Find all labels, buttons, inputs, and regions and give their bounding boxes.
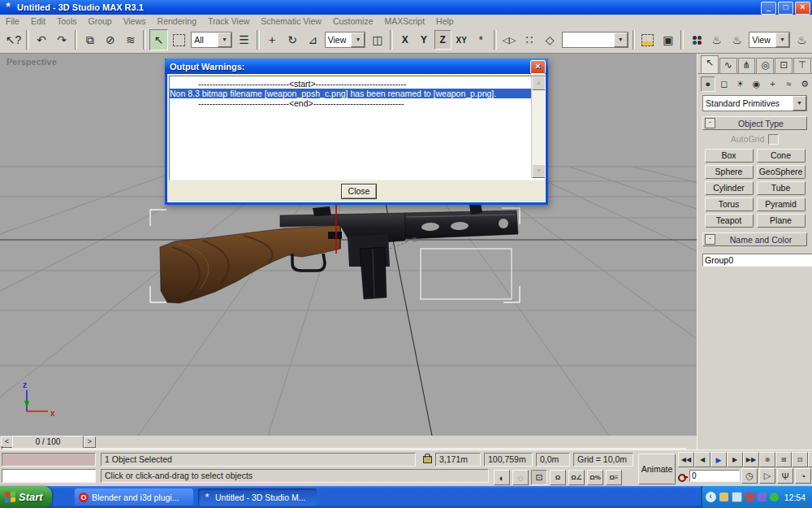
zoom-icon[interactable]: ⊕ [759, 452, 775, 467]
taskbar-task-1[interactable]: *Untitled - 3D Studio M... [198, 488, 317, 506]
angle-snap-icon[interactable]: Ω∠ [568, 470, 585, 485]
dotted-sphere-icon[interactable]: ◌ [512, 470, 529, 485]
zoom-extents-all-icon[interactable]: ▦ [808, 452, 812, 467]
restrict-x-button[interactable]: X [396, 30, 413, 50]
scroll-up-icon[interactable]: ▲ [532, 76, 546, 90]
tray-network-icon[interactable] [745, 493, 754, 501]
time-slider[interactable]: 0 / 100 [12, 436, 84, 449]
ik-toggle-icon[interactable]: * [472, 29, 490, 50]
menu-item-tools[interactable]: Tools [51, 16, 83, 26]
menu-item-track-view[interactable]: Track View [202, 16, 255, 26]
region-select-icon[interactable] [170, 29, 188, 50]
modify-tab[interactable]: ∿ [719, 58, 737, 73]
arc-rotate-icon[interactable]: ◔ [795, 468, 811, 484]
select-and-scale-icon[interactable]: ⊿ [304, 29, 322, 50]
hierarchy-tab[interactable]: ⋔ [738, 58, 756, 73]
object-button-teapot[interactable]: Teapot [705, 214, 754, 228]
percent-snap-icon[interactable]: Ω% [587, 470, 603, 485]
selection-lock-icon[interactable] [423, 456, 432, 463]
lights-category-icon[interactable]: ☀ [733, 76, 748, 92]
quick-render-icon[interactable]: ♨ [728, 29, 746, 50]
named-sets-icon[interactable] [638, 29, 657, 50]
chevron-down-icon[interactable]: ▼ [218, 33, 231, 47]
render-scene-icon[interactable]: ♨ [707, 29, 726, 50]
pan-icon[interactable]: Ψ [777, 468, 793, 484]
key-mode-icon[interactable] [678, 471, 688, 481]
object-button-cone[interactable]: Cone [757, 149, 806, 163]
previous-frame-icon[interactable]: ◀ [694, 452, 710, 467]
helpers-category-icon[interactable]: + [765, 76, 780, 92]
object-button-cylinder[interactable]: Cylinder [705, 181, 754, 195]
coord-y-field[interactable]: 100,759m [484, 453, 533, 467]
utilities-tab[interactable]: ⊤ [793, 58, 811, 73]
dialog-titlebar[interactable]: Output Warnings: × [165, 59, 548, 74]
object-button-sphere[interactable]: Sphere [705, 165, 754, 179]
create-tab[interactable]: ↖ [701, 55, 719, 73]
chevron-down-icon[interactable]: ▼ [775, 33, 789, 47]
collapse-icon[interactable]: - [705, 234, 715, 245]
menu-item-customize[interactable]: Customize [327, 16, 379, 26]
menu-item-schematic-view[interactable]: Schematic View [255, 16, 327, 26]
menu-item-maxscript[interactable]: MAXScript [378, 16, 430, 26]
spinner-snap-icon[interactable]: Ω≡ [606, 470, 622, 485]
window-titlebar[interactable]: * Untitled - 3D Studio MAX R3.1 _ □ × [0, 0, 812, 15]
minimize-button[interactable]: _ [761, 2, 776, 15]
mirror-icon[interactable]: ◁▷ [500, 29, 519, 50]
snap-3d-icon[interactable]: Ω [550, 470, 566, 485]
go-to-end-icon[interactable]: ▶▶ [743, 452, 759, 467]
tray-image-icon[interactable] [719, 493, 728, 501]
select-by-name-icon[interactable]: ☰ [235, 29, 253, 50]
collapse-icon[interactable]: - [705, 118, 715, 128]
material-editor-icon[interactable] [687, 29, 706, 50]
align-icon[interactable]: ◇ [541, 29, 559, 50]
time-configuration-icon[interactable]: ◷ [741, 468, 758, 484]
coord-x-field[interactable]: 3,171m [435, 453, 481, 467]
dialog-close-action-button[interactable]: Close [341, 184, 377, 199]
primitive-category-dropdown[interactable]: Standard Primitives ▼ [702, 95, 807, 111]
zoom-extents-icon[interactable]: ⊡ [792, 452, 808, 467]
trackview-icon[interactable]: ▣ [659, 29, 677, 50]
coord-z-field[interactable]: 0,0m [536, 453, 570, 467]
play-icon[interactable]: ▶ [710, 452, 727, 467]
object-button-box[interactable]: Box [705, 149, 754, 163]
systems-category-icon[interactable]: ⚙ [797, 76, 812, 92]
object-button-geosphere[interactable]: GeoSphere [757, 165, 806, 179]
tray-wireless-icon[interactable] [770, 493, 779, 501]
chevron-down-icon[interactable]: ▼ [351, 33, 365, 47]
taskbar-task-0[interactable]: OBlender and i3d plugi... [75, 488, 193, 506]
object-button-torus[interactable]: Torus [705, 198, 754, 211]
display-tab[interactable]: ⊡ [775, 58, 793, 73]
next-frame-button[interactable]: > [84, 436, 96, 448]
select-and-rotate-icon[interactable]: ↻ [283, 29, 302, 50]
object-button-tube[interactable]: Tube [757, 181, 806, 195]
help-mode-icon[interactable]: ↖? [4, 29, 23, 50]
restore-button[interactable]: □ [778, 2, 793, 15]
maxscript-listener-macro[interactable] [2, 453, 96, 467]
warning-line[interactable]: Non 8.3 bitmap filename [weapon_ppsh_c.p… [170, 89, 545, 98]
select-and-move-icon[interactable]: + [263, 29, 282, 50]
current-frame-field[interactable] [689, 470, 740, 482]
go-to-start-icon[interactable]: ◀◀ [678, 452, 694, 467]
animate-button[interactable]: Animate [638, 454, 676, 484]
scroll-down-icon[interactable]: ▼ [532, 164, 546, 178]
motion-tab[interactable]: ◎ [756, 58, 774, 73]
tray-app-icon[interactable] [758, 493, 767, 501]
zoom-all-icon[interactable]: ⊞ [775, 452, 792, 467]
array-icon[interactable]: ∷ [520, 29, 539, 50]
menu-item-rendering[interactable]: Rendering [152, 16, 202, 26]
snap-toggle-icon[interactable]: ⊡ [531, 470, 547, 485]
dialog-close-button[interactable]: × [530, 60, 546, 74]
name-color-rollout[interactable]: - Name and Color [702, 232, 807, 246]
cameras-category-icon[interactable]: ◉ [749, 76, 764, 92]
restrict-xy-button[interactable]: XY [453, 30, 470, 50]
degradation-override-icon[interactable]: ◐ [494, 470, 510, 485]
menu-item-views[interactable]: Views [118, 16, 152, 26]
selection-filter-dropdown[interactable]: All▼ [191, 32, 232, 48]
undo-icon[interactable]: ↶ [32, 29, 51, 50]
ppsh-gun-model[interactable] [160, 203, 518, 303]
maxscript-listener-input[interactable] [2, 469, 96, 483]
pivot-center-icon[interactable]: ◫ [368, 29, 387, 50]
menu-item-edit[interactable]: Edit [25, 16, 51, 26]
geometry-category-icon[interactable]: ● [701, 76, 715, 92]
object-name-input[interactable] [702, 254, 812, 267]
